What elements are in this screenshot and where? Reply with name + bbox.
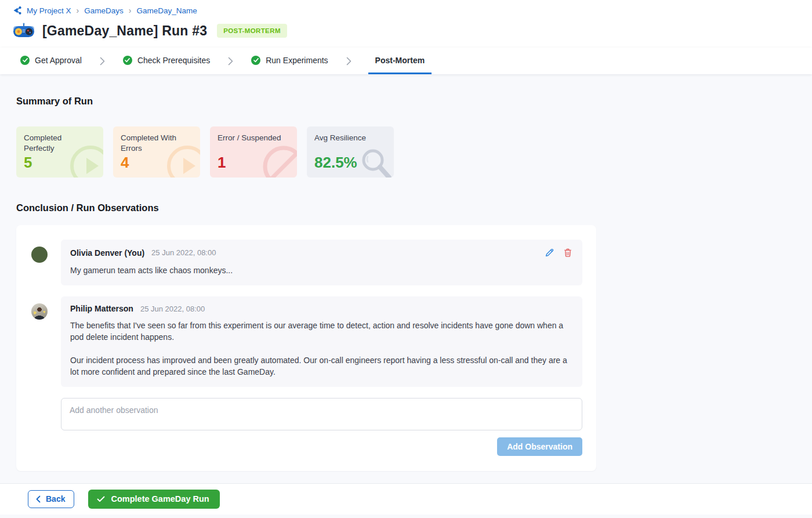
status-badge: POST-MORTERM (217, 24, 287, 38)
chevron-right-icon (228, 48, 233, 74)
summary-cards: Completed Perfectly 5 Completed With Err… (16, 126, 796, 178)
chevron-right-icon (346, 48, 351, 74)
card-label: Avg Resilience (314, 133, 384, 143)
tab-label: Get Approval (35, 56, 82, 65)
card-value: 82.5% (314, 155, 386, 171)
add-observation-button[interactable]: Add Observation (497, 437, 582, 456)
conclusion-heading: Conclusion / Run Observations (16, 202, 796, 213)
card-value: 4 (121, 155, 193, 171)
comment-text: The benefits that I've seen so far from … (70, 320, 573, 378)
tab-get-approval[interactable]: Get Approval (19, 48, 83, 74)
check-circle-icon (20, 56, 30, 65)
comment-row: Philip Matterson 25 Jun 2022, 08:00 The … (31, 296, 582, 387)
comment-paragraph: The benefits that I've seen so far from … (70, 320, 573, 343)
back-button-label: Back (46, 494, 65, 503)
delete-comment-button[interactable] (563, 247, 573, 258)
project-logo-icon (13, 6, 22, 15)
card-label: Error / Suspended (217, 133, 287, 143)
edit-comment-button[interactable] (544, 247, 555, 258)
pencil-icon (545, 248, 554, 257)
tab-check-prerequisites[interactable]: Check Prerequisites (122, 48, 211, 74)
chevron-right-icon (100, 48, 105, 74)
check-circle-icon (251, 56, 260, 65)
chevron-right-icon: › (77, 6, 79, 15)
avatar (31, 247, 48, 263)
comment-author: Olivia Denver (You) (70, 248, 144, 258)
comment-paragraph: Our incident process has improved and be… (70, 354, 573, 378)
main-content: Summary of Run Completed Perfectly 5 Com… (0, 74, 812, 483)
gamepad-icon (13, 23, 35, 39)
tab-label: Run Experiments (266, 56, 328, 65)
back-button[interactable]: Back (28, 490, 74, 508)
comment-timestamp: 25 Jun 2022, 08:00 (140, 305, 205, 313)
add-observation-section: Add Observation (61, 398, 582, 456)
footer-bar: Back Complete GameDay Run (0, 483, 812, 515)
card-label: Completed Perfectly (24, 133, 93, 154)
complete-button-label: Complete GameDay Run (111, 494, 209, 503)
chevron-left-icon (36, 495, 41, 503)
card-completed-with-errors: Completed With Errors 4 (113, 126, 200, 178)
card-error-suspended: Error / Suspended 1 (210, 126, 297, 178)
chevron-right-icon: › (129, 6, 132, 15)
tab-label: Post-Mortem (375, 56, 425, 65)
tab-run-experiments[interactable]: Run Experiments (250, 48, 329, 74)
comment-author: Philip Matterson (70, 304, 133, 313)
breadcrumb: My Project X › GameDays › GameDay_Name (13, 6, 796, 15)
breadcrumb-gameday-name[interactable]: GameDay_Name (136, 6, 197, 15)
breadcrumb-project[interactable]: My Project X (27, 6, 71, 15)
avatar (31, 303, 48, 320)
card-value: 5 (24, 155, 96, 171)
step-tabs: Get Approval Check Prerequisites Run Exp… (0, 48, 812, 74)
comment-timestamp: 25 Jun 2022, 08:00 (151, 248, 216, 257)
tab-label: Check Prerequisites (137, 56, 210, 65)
page-title: [GameDay_Name] Run #3 (42, 23, 207, 39)
card-avg-resilience: Avg Resilience 82.5% (307, 126, 394, 178)
tab-post-mortem[interactable]: Post-Mortem (368, 48, 432, 74)
observation-input[interactable] (61, 398, 582, 430)
top-bar: My Project X › GameDays › GameDay_Name [… (0, 0, 812, 48)
title-row: [GameDay_Name] Run #3 POST-MORTERM (13, 23, 796, 39)
card-label: Completed With Errors (121, 133, 190, 154)
trash-icon (564, 248, 572, 257)
comment-bubble: Olivia Denver (You) 25 Jun 2022, 08:00 (61, 240, 582, 285)
check-icon (97, 496, 105, 502)
complete-gameday-run-button[interactable]: Complete GameDay Run (88, 490, 219, 509)
check-circle-icon (123, 56, 132, 65)
comment-bubble: Philip Matterson 25 Jun 2022, 08:00 The … (61, 296, 582, 387)
card-completed-perfectly: Completed Perfectly 5 (16, 126, 103, 178)
observations-card: Olivia Denver (You) 25 Jun 2022, 08:00 (16, 225, 596, 471)
comment-text: My gamerun team acts like chaos monkeys.… (70, 265, 573, 276)
comment-row: Olivia Denver (You) 25 Jun 2022, 08:00 (31, 240, 582, 285)
summary-heading: Summary of Run (16, 96, 796, 107)
card-value: 1 (217, 155, 289, 171)
breadcrumb-gamedays[interactable]: GameDays (84, 6, 124, 15)
